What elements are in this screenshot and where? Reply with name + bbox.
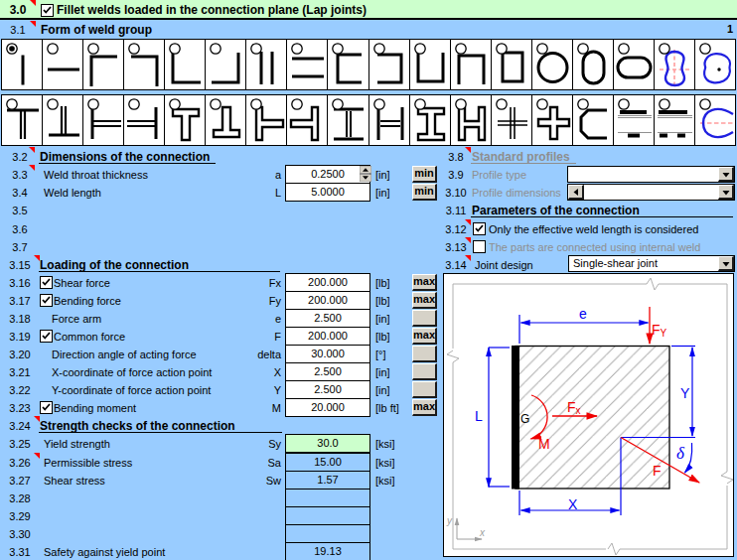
svg-text:M: M <box>538 436 550 452</box>
svg-text:FY: FY <box>652 322 667 339</box>
svg-text:x: x <box>479 527 486 538</box>
svg-text:F: F <box>653 463 662 479</box>
svg-text:G: G <box>520 412 529 426</box>
svg-text:e: e <box>579 306 587 322</box>
svg-text:y: y <box>446 515 453 526</box>
svg-text:L: L <box>475 408 483 424</box>
svg-text:X: X <box>568 496 578 512</box>
svg-text:δ: δ <box>676 444 685 463</box>
svg-text:Y: Y <box>680 385 690 401</box>
